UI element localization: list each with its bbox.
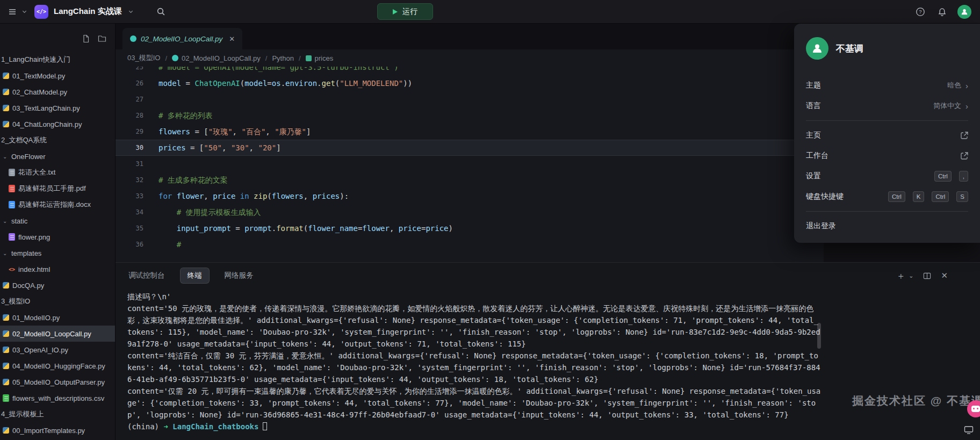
py-file-icon <box>3 105 9 111</box>
code-line[interactable]: 35 input_prompt = prompt.format(flower_n… <box>116 220 824 236</box>
file-tree-item[interactable]: 01_TextModel.py <box>0 68 115 84</box>
user-avatar-large <box>806 37 828 60</box>
monitor-icon[interactable] <box>964 425 974 437</box>
code-line[interactable]: 29flowers = ["玫瑰", "百合", "康乃馨"] <box>116 124 824 140</box>
py-file-icon <box>3 379 9 385</box>
breadcrumb-label: 02_ModelIO_LoopCall.py <box>182 54 261 62</box>
code-editor[interactable]: 25# model = OpenAI(model_name="gpt-3.5-t… <box>116 67 824 262</box>
line-number[interactable]: 33 <box>116 188 148 204</box>
line-number[interactable]: 34 <box>116 204 148 220</box>
search-icon[interactable] <box>155 6 167 18</box>
breadcrumb-item[interactable]: 03_模型IO <box>127 53 160 63</box>
code-line[interactable]: 32# 生成多种花的文案 <box>116 172 824 188</box>
file-tree-item[interactable]: 02_ChatModel.py <box>0 84 115 100</box>
file-tree-item[interactable]: 03_TextLangChain.py <box>0 100 115 116</box>
file-tree-item[interactable]: 2_文档QA系统 <box>0 132 115 148</box>
file-tree-item[interactable]: flower.png <box>0 229 115 245</box>
code-line[interactable]: 33for flower, price in zip(flowers, pric… <box>116 188 824 204</box>
code-line[interactable]: 25# model = OpenAI(model_name="gpt-3.5-t… <box>116 67 824 75</box>
file-tree-item[interactable]: <>index.html <box>0 261 115 277</box>
menu-item-设置[interactable]: 设置Ctrl, <box>794 166 980 186</box>
file-tree-item[interactable]: flowers_with_descriptions.csv <box>0 390 115 406</box>
line-number[interactable]: 32 <box>116 172 148 188</box>
breadcrumb-item[interactable]: 02_ModelIO_LoopCall.py <box>172 54 261 62</box>
breadcrumb-item[interactable]: Python <box>272 54 293 62</box>
code-line[interactable]: 28# 多种花的列表 <box>116 107 824 124</box>
new-terminal-icon[interactable]: ＋ <box>896 270 905 282</box>
file-tree-item[interactable]: 01_ModelIO.py <box>0 309 115 326</box>
file-tree-item[interactable]: 3_模型IO <box>0 293 115 309</box>
code-line[interactable]: 26model = ChatOpenAI(model=os.environ.ge… <box>116 75 824 91</box>
line-number[interactable]: 28 <box>116 107 148 124</box>
menu-item-退出登录[interactable]: 退出登录 <box>794 216 980 236</box>
line-number[interactable]: 29 <box>116 124 148 140</box>
line-number[interactable]: 36 <box>116 236 148 253</box>
hamburger-menu-icon[interactable] <box>6 6 18 18</box>
chevron-down-icon[interactable] <box>18 6 30 18</box>
code-line[interactable]: 27 <box>116 91 824 107</box>
file-tree-item[interactable]: DocQA.py <box>0 277 115 293</box>
py-file-icon <box>172 55 178 61</box>
terminal-prompt: (china) ➜ LangChain_chatbooks <box>127 421 822 432</box>
py-file-icon <box>3 427 9 434</box>
menu-item-工作台[interactable]: 工作台 <box>794 146 980 166</box>
code-line[interactable]: 34 # 使用提示模板生成输入 <box>116 204 824 220</box>
close-panel-icon[interactable]: ✕ <box>941 271 948 280</box>
file-tree-item[interactable]: 花语大全.txt <box>0 164 115 181</box>
editor-tab[interactable]: 02_ModelIO_LoopCall.py ✕ <box>122 28 242 49</box>
file-tree-item[interactable]: 00_ImportTemplates.py <box>0 422 115 438</box>
file-tree-item[interactable]: 05_ModelIO_OutputParser.py <box>0 374 115 390</box>
file-tree-item[interactable]: 02_ModelIO_LoopCall.py <box>0 326 115 342</box>
file-tree-item[interactable]: 03_OpenAI_IO.py <box>0 342 115 358</box>
menu-item-label: 设置 <box>806 171 821 181</box>
file-tree-item[interactable]: ⌄templates <box>0 245 115 261</box>
terminal-dropdown-icon[interactable]: ⌄ <box>909 272 913 279</box>
code-line[interactable]: 30prices = ["50", "30", "20"] <box>116 140 824 156</box>
line-number[interactable]: 26 <box>116 75 148 91</box>
file-tree-item[interactable]: 易速鲜花员工手册.pdf <box>0 181 115 197</box>
menu-item-键盘快捷键[interactable]: 键盘快捷键CtrlKCtrlS <box>794 186 980 207</box>
menu-item-label: 主题 <box>806 81 821 90</box>
line-number[interactable]: 27 <box>116 91 148 107</box>
panel-tab-网络服务[interactable]: 网络服务 <box>224 268 255 283</box>
file-explorer: 1_LangChain快速入门01_TextModel.py02_ChatMod… <box>0 24 116 440</box>
assistant-robot-icon <box>971 406 980 412</box>
project-chevron-down-icon[interactable] <box>125 6 137 18</box>
code-line[interactable]: 36 # <box>116 236 824 253</box>
code-line[interactable]: 31 <box>116 156 824 172</box>
menu-item-主页[interactable]: 主页 <box>794 125 980 146</box>
menu-item-主题[interactable]: 主题暗色› <box>794 75 980 96</box>
breadcrumb-item[interactable]: prices <box>306 54 334 62</box>
file-tree-item[interactable]: 04_ChatLongChain.py <box>0 116 115 132</box>
file-tree: 1_LangChain快速入门01_TextModel.py02_ChatMod… <box>0 52 115 438</box>
file-tree-item[interactable]: ⌄OneFlower <box>0 148 115 164</box>
file-tree-item[interactable]: 04_ModelIO_HuggingFace.py <box>0 358 115 374</box>
file-name: 易速鲜花员工手册.pdf <box>18 184 86 193</box>
new-folder-icon[interactable] <box>98 34 106 45</box>
panel-tab-调试控制台[interactable]: 调试控制台 <box>127 268 166 283</box>
file-tree-item[interactable]: 易速鲜花运营指南.docx <box>0 197 115 213</box>
new-file-icon[interactable] <box>82 34 90 45</box>
file-tree-item[interactable]: ⌄static <box>0 213 115 229</box>
line-number[interactable]: 25 <box>116 67 148 75</box>
menu-item-语言[interactable]: 语言简体中文› <box>794 96 980 116</box>
file-tree-item[interactable]: 4_提示模板上 <box>0 406 115 422</box>
user-avatar[interactable] <box>957 5 971 19</box>
run-button[interactable]: 运行 <box>377 3 433 20</box>
close-tab-icon[interactable]: ✕ <box>229 35 235 43</box>
terminal[interactable]: 描述吗？\n'content='50 元的玫瑰，是爱的使者，传递着深情与浪漫。它… <box>116 288 980 440</box>
terminal-scrollbar[interactable] <box>817 323 821 349</box>
file-tree-item[interactable]: 1_LangChain快速入门 <box>0 52 115 68</box>
notification-bell-icon[interactable] <box>936 6 948 18</box>
line-number[interactable]: 31 <box>116 156 148 172</box>
app-logo[interactable]: </> <box>34 5 48 19</box>
panel-tab-终端[interactable]: 终端 <box>180 268 210 284</box>
line-number[interactable]: 30 <box>116 140 148 156</box>
keyboard-shortcut-key: Ctrl <box>934 171 952 182</box>
file-name: OneFlower <box>11 153 46 161</box>
split-panel-icon[interactable] <box>923 272 931 280</box>
assistant-fab[interactable] <box>967 400 980 417</box>
line-number[interactable]: 35 <box>116 220 148 236</box>
file-name: flower.png <box>18 233 50 241</box>
help-icon[interactable]: ? <box>914 6 926 18</box>
